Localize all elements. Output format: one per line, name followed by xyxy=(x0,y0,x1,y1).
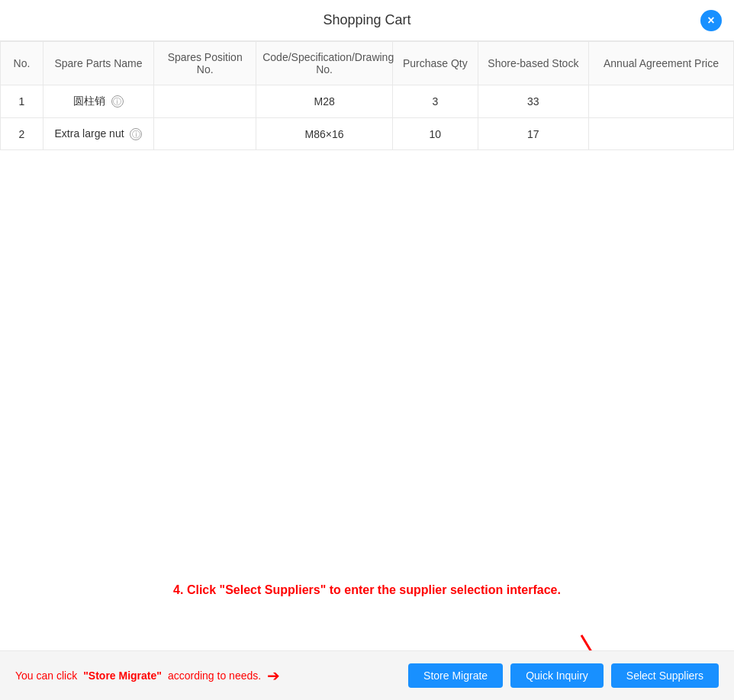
annotation-area: 4. Click "Select Suppliers" to enter the… xyxy=(0,150,734,650)
close-button[interactable]: × xyxy=(700,10,722,31)
row1-stock: 33 xyxy=(478,85,588,118)
row2-stock: 17 xyxy=(478,118,588,150)
row2-info-icon[interactable]: ⓘ xyxy=(130,128,142,140)
row1-qty: 3 xyxy=(392,85,478,118)
row2-code: M86×16 xyxy=(256,118,393,150)
row2-name: Extra large nut ⓘ xyxy=(43,118,153,150)
row1-price xyxy=(588,85,733,118)
svg-line-0 xyxy=(581,635,604,650)
footer-buttons: Store Migrate Quick Inquiry Select Suppl… xyxy=(408,663,719,688)
table-row: 2 Extra large nut ⓘ M86×16 10 17 xyxy=(1,118,734,150)
store-migrate-button[interactable]: Store Migrate xyxy=(408,663,503,688)
header-code: Code/Specification/Drawing No. xyxy=(256,42,393,85)
cart-table: No. Spare Parts Name Spares Position No.… xyxy=(0,41,734,150)
quick-inquiry-button[interactable]: Quick Inquiry xyxy=(510,663,604,688)
header-stock: Shore-based Stock xyxy=(478,42,588,85)
red-arrow-icon xyxy=(574,631,612,650)
select-suppliers-button[interactable]: Select Suppliers xyxy=(611,663,719,688)
row2-position xyxy=(154,118,256,150)
footer-left-text: You can click "Store Migrate" according … xyxy=(15,666,280,685)
header-no: No. xyxy=(1,42,43,85)
modal-body: No. Spare Parts Name Spares Position No.… xyxy=(0,41,734,650)
modal-header: Shopping Cart × xyxy=(0,0,734,41)
modal-title: Shopping Cart xyxy=(323,12,410,28)
step4-annotation: 4. Click "Select Suppliers" to enter the… xyxy=(23,583,711,597)
header-price: Annual Agreement Price xyxy=(588,42,733,85)
row2-qty: 10 xyxy=(392,118,478,150)
arrow-right-icon: ➔ xyxy=(267,666,280,685)
header-position: Spares Position No. xyxy=(154,42,256,85)
cart-table-container: No. Spare Parts Name Spares Position No.… xyxy=(0,41,734,150)
footer-text-2: "Store Migrate" xyxy=(83,669,162,682)
table-row: 1 圆柱销 ⓘ M28 3 33 xyxy=(1,85,734,118)
footer-text-3: according to needs. xyxy=(168,669,261,682)
row2-price xyxy=(588,118,733,150)
footer-text-1: You can click xyxy=(15,669,77,682)
row2-no: 2 xyxy=(1,118,43,150)
row1-no: 1 xyxy=(1,85,43,118)
row1-name: 圆柱销 ⓘ xyxy=(43,85,153,118)
header-qty: Purchase Qty xyxy=(392,42,478,85)
header-name: Spare Parts Name xyxy=(43,42,153,85)
shopping-cart-modal: Shopping Cart × No. Spare Parts Name Spa… xyxy=(0,0,734,700)
row1-code: M28 xyxy=(256,85,393,118)
row1-info-icon[interactable]: ⓘ xyxy=(111,95,124,108)
modal-footer: You can click "Store Migrate" according … xyxy=(0,650,734,700)
row1-position xyxy=(154,85,256,118)
